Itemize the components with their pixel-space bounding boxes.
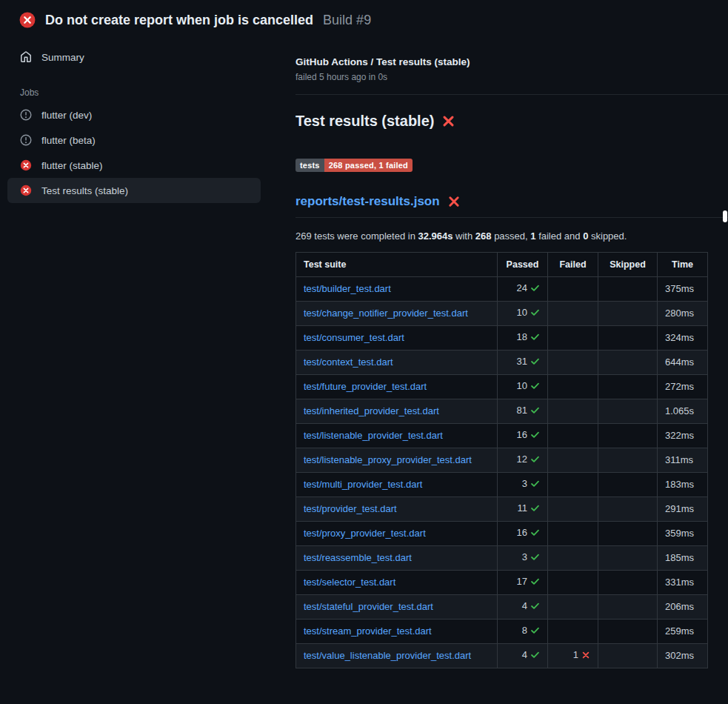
skipped-cell [598,472,658,497]
skipped-cell [598,374,658,399]
sidebar-job-label: flutter (stable) [41,160,103,171]
suite-link[interactable]: test/listenable_provider_test.dart [304,430,443,441]
suite-link[interactable]: test/consumer_test.dart [304,332,404,343]
suite-link[interactable]: test/context_test.dart [304,356,393,368]
sidebar-item-flutter-dev[interactable]: flutter (dev) [7,102,261,127]
suite-link[interactable]: test/multi_provider_test.dart [304,479,422,490]
x-icon [441,114,455,128]
failed-cell [548,301,598,325]
failed-cell: 1 [548,643,598,668]
check-icon [530,625,540,637]
time-cell: 322ms [658,423,708,448]
check-icon [530,332,540,344]
check-icon [530,650,540,662]
check-icon [530,430,540,442]
check-icon [530,577,540,588]
suite-link[interactable]: test/listenable_proxy_provider_test.dart [304,454,472,465]
table-row: test/listenable_provider_test.dart 16 32… [296,423,708,448]
summary-passed: 268 [475,230,492,242]
section-title: Test results (stable) [295,113,728,130]
suite-link[interactable]: test/builder_test.dart [304,283,391,294]
col-header-test-suite: Test suite [296,252,498,276]
skipped-cell [598,448,658,472]
sidebar-job-label: flutter (dev) [41,110,92,121]
main-content: GitHub Actions / Test results (stable) f… [284,37,728,668]
suite-link[interactable]: test/value_listenable_provider_test.dart [304,650,471,661]
summary-line: 269 tests were completed in 32.964s with… [295,230,728,242]
passed-cell: 3 [498,545,548,570]
check-icon [530,356,540,368]
badge-value: 268 passed, 1 failed [324,159,413,172]
col-header-failed: Failed [548,252,598,276]
failed-cell [548,619,598,643]
table-row: test/listenable_proxy_provider_test.dart… [296,448,708,472]
home-icon [20,51,32,63]
time-cell: 375ms [658,276,708,301]
table-row: test/inherited_provider_test.dart 81 1.0… [296,399,708,423]
sidebar-item-flutter-stable[interactable]: flutter (stable) [7,153,261,178]
suite-link[interactable]: test/reassemble_test.dart [304,552,412,563]
sidebar-item-summary[interactable]: Summary [7,44,261,70]
failed-cell [548,350,598,374]
time-cell: 272ms [658,374,708,399]
check-icon [530,381,540,393]
failed-cell [548,374,598,399]
summary-failed: 1 [530,230,535,242]
section-title-text: Test results (stable) [295,113,434,130]
job-list: flutter (dev) flutter (beta) [7,102,284,203]
run-meta: failed 5 hours ago in 0s [295,72,728,82]
skipped-cell [598,350,658,374]
suite-link[interactable]: test/stream_provider_test.dart [304,625,432,637]
run-header: Do not create report when job is cancell… [0,0,728,37]
suite-link[interactable]: test/proxy_provider_test.dart [304,528,426,539]
passed-cell: 4 [498,594,548,619]
col-header-passed: Passed [498,252,548,276]
skipped-cell [598,301,658,325]
failed-cell [548,276,598,301]
time-cell: 183ms [658,472,708,497]
time-cell: 259ms [658,619,708,643]
report-link[interactable]: reports/test-results.json [295,194,440,209]
table-row: test/selector_test.dart 17 331ms [296,570,708,594]
skipped-cell [598,643,658,668]
suite-link[interactable]: test/change_notifier_provider_test.dart [304,308,468,319]
suite-link[interactable]: test/selector_test.dart [304,577,395,588]
suite-link[interactable]: test/future_provider_test.dart [304,381,427,392]
table-row: test/change_notifier_provider_test.dart … [296,301,708,325]
failed-cell [548,594,598,619]
check-icon [530,454,540,466]
x-icon [581,651,590,662]
time-cell: 302ms [658,643,708,668]
suite-link[interactable]: test/provider_test.dart [304,503,397,514]
passed-cell: 8 [498,619,548,643]
badge-label: tests [295,159,324,172]
passed-cell: 31 [498,350,548,374]
summary-text: 269 tests were completed in [295,230,418,242]
failed-cell [548,448,598,472]
check-icon [530,601,540,613]
tests-badge: tests 268 passed, 1 failed [295,159,413,172]
scrollbar-thumb[interactable] [723,210,727,222]
suite-link[interactable]: test/stateful_provider_test.dart [304,601,433,612]
time-cell: 359ms [658,521,708,545]
status-warning-icon [20,109,32,121]
sidebar-item-test-results-stable[interactable]: Test results (stable) [7,178,261,203]
passed-cell: 10 [498,301,548,325]
breadcrumb: GitHub Actions / Test results (stable) [295,56,728,67]
failed-cell [548,521,598,545]
check-icon [530,528,540,539]
sidebar-item-flutter-beta[interactable]: flutter (beta) [7,127,261,153]
failed-cell [548,545,598,570]
table-row: test/future_provider_test.dart 10 272ms [296,374,708,399]
skipped-cell [598,619,658,643]
skipped-cell [598,325,658,350]
suite-link[interactable]: test/inherited_provider_test.dart [304,405,439,416]
check-icon [530,479,540,491]
check-icon [530,308,540,319]
skipped-cell [598,497,658,521]
status-warning-icon [20,134,32,146]
time-cell: 311ms [658,448,708,472]
skipped-cell [598,423,658,448]
check-icon [530,552,540,564]
passed-cell: 16 [498,423,548,448]
